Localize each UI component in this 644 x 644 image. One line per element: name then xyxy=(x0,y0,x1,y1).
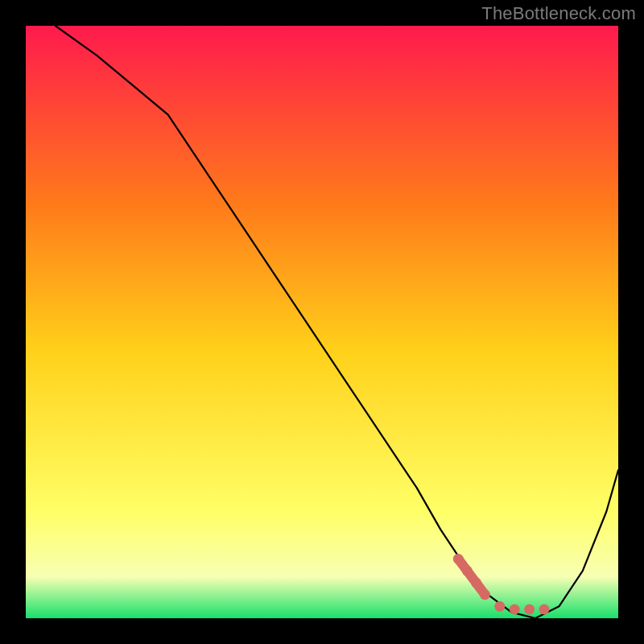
highlight-dot xyxy=(494,601,505,612)
highlight-dot xyxy=(510,605,520,615)
highlight-dot xyxy=(453,554,464,564)
highlight-dot xyxy=(480,589,490,600)
plot-area xyxy=(26,26,618,618)
gradient-background xyxy=(26,26,618,618)
highlight-dot xyxy=(539,605,550,615)
highlight-dot xyxy=(471,577,481,588)
chart-frame: TheBottleneck.com xyxy=(0,0,644,644)
chart-svg xyxy=(26,26,618,618)
watermark-text: TheBottleneck.com xyxy=(481,3,636,24)
highlight-dot xyxy=(524,605,535,615)
highlight-dot xyxy=(462,566,473,576)
